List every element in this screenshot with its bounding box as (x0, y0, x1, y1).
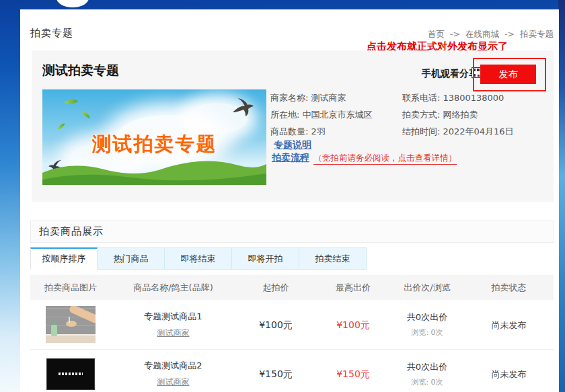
item-count-field: 商品数量:2羽 (270, 126, 326, 138)
leaf-graphic (65, 96, 78, 108)
main-panel: 拍卖专题 首页 -> 在线商城 -> 拍卖专题 点击发布就正式对外发布显示了 测… (20, 9, 559, 392)
breadcrumb-current: 拍卖专题 (520, 29, 554, 39)
column-header-start-price: 起拍价 (235, 282, 316, 294)
mobile-share-label: 手机观看分享 (422, 68, 478, 80)
merchant-name-field: 商家名称:测试商家 (270, 92, 346, 104)
breadcrumb: 首页 -> 在线商城 -> 拍卖专题 (428, 29, 554, 40)
column-header-top-bid: 最高出价 (316, 282, 390, 294)
page-title: 拍卖专题 (30, 27, 73, 40)
column-header-image: 拍卖商品图片 (30, 282, 111, 294)
view-count: 浏览: 0次 (390, 377, 464, 387)
contact-phone-field: 联系电话:13800138000 (402, 92, 504, 104)
auction-status: 尚未发布 (492, 369, 527, 379)
top-bid-price: ¥150元 (336, 368, 370, 379)
view-count: 浏览: 0次 (390, 327, 464, 338)
column-header-status: 拍卖状态 (464, 282, 554, 294)
leaf-graphic (57, 122, 65, 130)
product-image[interactable] (46, 358, 95, 390)
breadcrumb-online-mall[interactable]: 在线商城 (465, 29, 499, 39)
banner-title-text: 测试拍卖专题 (42, 131, 266, 158)
auction-method-field: 拍卖方式:网络拍卖 (402, 109, 478, 121)
product-name-link[interactable]: 专题测试商品2 (111, 360, 235, 372)
tab-starting-soon[interactable]: 即将开拍 (232, 247, 299, 270)
auction-process-link[interactable]: 拍卖流程 (272, 152, 309, 163)
breadcrumb-separator: -> (450, 29, 460, 39)
column-header-bids-views: 出价次/浏览 (390, 282, 464, 294)
start-price: ¥100元 (259, 319, 293, 330)
auction-process-row: 拍卖流程 （竞拍前请务必阅读，点击查看详情） (272, 152, 457, 164)
column-header-name: 商品名称/鸽主(品牌) (111, 282, 235, 294)
pigeon-icon (230, 97, 254, 118)
tab-hot-products[interactable]: 热门商品 (98, 247, 165, 270)
bid-count: 共0次出价 (390, 311, 464, 323)
annotation-highlight-rectangle (473, 58, 546, 91)
topic-title: 测试拍卖专题 (42, 62, 119, 79)
product-image[interactable] (46, 306, 96, 343)
end-time-field: 结拍时间:2022年04月16日 (402, 126, 514, 138)
product-tabs: 按顺序排序 热门商品 即将结束 即将开拍 拍卖结束 (30, 247, 367, 270)
products-table: 拍卖商品图片 商品名称/鸽主(品牌) 起拍价 最高出价 出价次/浏览 拍卖状态 … (30, 275, 554, 392)
breadcrumb-separator: -> (504, 29, 515, 39)
table-header-row: 拍卖商品图片 商品名称/鸽主(品牌) 起拍价 最高出价 出价次/浏览 拍卖状态 (30, 275, 554, 300)
topic-description-link[interactable]: 专题说明 (274, 139, 311, 151)
location-field: 所在地:中国北京市东城区 (270, 109, 372, 121)
tab-sort-order[interactable]: 按顺序排序 (30, 247, 98, 270)
product-seller-link[interactable]: 测试商家 (111, 327, 235, 339)
product-seller-link[interactable]: 测试商家 (111, 377, 235, 388)
topic-card: 测试拍卖专题 手机观看分享 发布 (32, 50, 554, 202)
bid-count: 共0次出价 (390, 361, 464, 373)
product-name-link[interactable]: 专题测试商品1 (111, 311, 235, 323)
topic-banner-image: 测试拍卖专题 (42, 89, 266, 185)
placeholder-text-graphic (59, 373, 83, 375)
tab-ending-soon[interactable]: 即将结束 (165, 247, 232, 270)
start-price: ¥150元 (259, 368, 293, 379)
breadcrumb-home[interactable]: 首页 (428, 29, 445, 39)
table-row: 专题测试商品1 测试商家 ¥100元 ¥100元 共0次出价 浏览: 0次 尚未… (30, 300, 554, 349)
top-bid-price: ¥100元 (336, 319, 370, 330)
table-row: 专题测试商品2 测试商家 ¥150元 ¥150元 共0次出价 浏览: 0次 尚未… (30, 349, 554, 392)
screen: 拍卖专题 首页 -> 在线商城 -> 拍卖专题 点击发布就正式对外发布显示了 测… (0, 0, 565, 392)
auction-status: 尚未发布 (492, 320, 527, 330)
leaf-graphic (81, 111, 91, 118)
tab-auction-ended[interactable]: 拍卖结束 (299, 247, 367, 270)
background-right-strip (558, 0, 565, 392)
background-circle-decoration (57, 0, 89, 7)
products-section-title: 拍卖商品展示 (30, 221, 554, 243)
auction-process-note[interactable]: （竞拍前请务必阅读，点击查看详情） (313, 153, 457, 165)
